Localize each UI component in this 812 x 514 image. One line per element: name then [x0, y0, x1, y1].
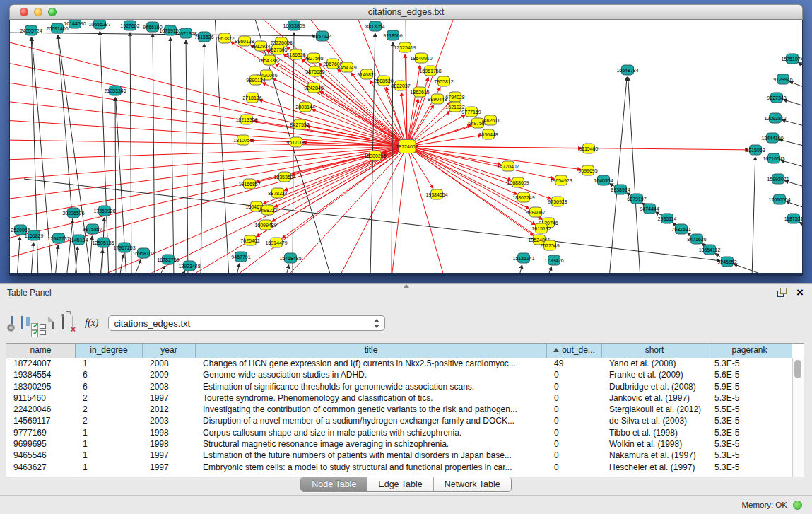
- graph-node[interactable]: 9215953: [746, 145, 765, 155]
- zoom-window-button[interactable]: [48, 8, 57, 16]
- graph-node[interactable]: 1187531: [784, 214, 802, 223]
- graph-node[interactable]: 6794028: [445, 92, 464, 102]
- graph-edge[interactable]: [286, 265, 289, 273]
- graph-edge[interactable]: [752, 157, 755, 273]
- panel-resize-grip[interactable]: [404, 284, 409, 288]
- table-row[interactable]: 2242004622012Investigating the contribut…: [6, 404, 793, 415]
- graph-node[interactable]: 16210643: [763, 153, 784, 163]
- graph-node[interactable]: 16958107: [132, 248, 154, 258]
- graph-node[interactable]: 19384554: [425, 189, 447, 199]
- table-row[interactable]: 1830029562008Estimation of significance …: [6, 381, 793, 392]
- graph-edge[interactable]: [236, 264, 240, 273]
- graph-node[interactable]: 18640910: [410, 53, 432, 63]
- graph-node[interactable]: 16099489: [254, 220, 276, 230]
- graph-node[interactable]: 12213359: [235, 115, 257, 124]
- table-vertical-scrollbar[interactable]: [792, 358, 804, 477]
- graph-node[interactable]: 20206576: [62, 208, 84, 218]
- table-row[interactable]: 946554611997Estimation of the future num…: [6, 450, 793, 461]
- new-table-button[interactable]: [48, 317, 54, 329]
- table-row[interactable]: 1938455462009Genome-wide association stu…: [6, 369, 793, 380]
- network-canvas[interactable]: 1872400724055724206914061614459010655287…: [10, 20, 802, 273]
- graph-node[interactable]: 8471626: [687, 234, 706, 244]
- column-header-short[interactable]: short: [602, 344, 707, 358]
- graph-edge[interactable]: [799, 222, 802, 228]
- graph-edge[interactable]: [10, 146, 407, 239]
- column-header-name[interactable]: name: [6, 344, 76, 358]
- graph-node[interactable]: 15718485: [279, 253, 301, 263]
- graph-node[interactable]: 9756928: [548, 197, 567, 206]
- graph-edge[interactable]: [186, 40, 188, 273]
- graph-node[interactable]: 15751074: [781, 54, 802, 64]
- network-graph-svg[interactable]: 1872400724055724206914061614459010655287…: [10, 20, 802, 273]
- graph-edge[interactable]: [31, 243, 33, 273]
- graph-node[interactable]: 7625402: [240, 235, 259, 245]
- graph-edge[interactable]: [407, 146, 748, 150]
- graph-node[interactable]: 1862615: [410, 87, 429, 97]
- graph-edge[interactable]: [407, 146, 511, 180]
- graph-edge[interactable]: [789, 82, 802, 89]
- graph-edge[interactable]: [407, 146, 529, 209]
- graph-node[interactable]: 9699695: [578, 165, 597, 175]
- column-header-year[interactable]: year: [143, 344, 196, 358]
- graph-node[interactable]: 15720407: [497, 161, 519, 171]
- graph-node[interactable]: 12325419: [394, 42, 416, 52]
- graph-edge[interactable]: [66, 220, 73, 273]
- graph-edge[interactable]: [10, 82, 407, 146]
- graph-node[interactable]: 10654112: [699, 245, 721, 255]
- graph-edge[interactable]: [407, 146, 445, 273]
- graph-node[interactable]: 7632621: [671, 224, 690, 234]
- graph-node[interactable]: 8990448: [428, 94, 447, 104]
- graph-edge[interactable]: [786, 201, 802, 209]
- graph-edge[interactable]: [782, 120, 802, 127]
- graph-edge[interactable]: [628, 77, 640, 273]
- float-panel-icon[interactable]: [777, 288, 787, 297]
- window-titlebar[interactable]: citations_edges.txt: [9, 4, 803, 20]
- graph-node[interactable]: 10688609: [507, 177, 529, 187]
- graph-node[interactable]: 8822037: [391, 81, 410, 90]
- table-row[interactable]: 1872400712008Changes of HCN gene express…: [6, 358, 793, 369]
- graph-edge[interactable]: [215, 20, 229, 273]
- delete-rows-button[interactable]: [62, 317, 64, 329]
- graph-node[interactable]: 1857224: [312, 31, 331, 41]
- graph-node[interactable]: 17016504: [768, 194, 790, 204]
- tab-node-table[interactable]: Node Table: [301, 477, 367, 491]
- table-row[interactable]: 911546021997Tourette syndrome. Phenomeno…: [6, 392, 793, 404]
- graph-node[interactable]: 24055724: [20, 25, 42, 35]
- graph-edge[interactable]: [55, 245, 58, 273]
- graph-edge[interactable]: [153, 34, 155, 273]
- graph-node[interactable]: 2718126: [242, 93, 261, 103]
- graph-node[interactable]: 5875685: [305, 66, 324, 76]
- graph-edge[interactable]: [130, 33, 131, 273]
- graph-edge[interactable]: [784, 100, 802, 107]
- graph-node[interactable]: 9218506: [383, 30, 402, 40]
- graph-edge[interactable]: [798, 62, 802, 69]
- graph-edge[interactable]: [201, 44, 204, 273]
- tab-edge-table[interactable]: Edge Table: [367, 477, 433, 491]
- table-row[interactable]: 946362711997Embryonic stem cells: a mode…: [6, 462, 793, 473]
- graph-node[interactable]: 12093872: [764, 113, 786, 123]
- graph-node[interactable]: 2036448: [478, 129, 498, 139]
- column-header-out_de[interactable]: out_de...: [547, 344, 602, 358]
- graph-node[interactable]: 12923448: [178, 261, 200, 271]
- table-source-dropdown[interactable]: citations_edges.txt: [108, 315, 385, 331]
- graph-node[interactable]: 12444190: [761, 133, 783, 143]
- close-panel-icon[interactable]: ×: [796, 288, 804, 297]
- graph-node[interactable]: 2803144: [295, 102, 314, 112]
- graph-edge[interactable]: [779, 139, 802, 147]
- graph-node[interactable]: 9827508: [304, 53, 323, 63]
- graph-edge[interactable]: [273, 78, 407, 146]
- scrollbar-thumb[interactable]: [794, 360, 801, 378]
- table-row[interactable]: 969969511998Structural magnetic resonanc…: [6, 438, 793, 450]
- graph-edge[interactable]: [407, 146, 551, 199]
- graph-node[interactable]: 7515526: [194, 32, 213, 42]
- graph-node[interactable]: 16543382: [258, 55, 280, 65]
- graph-edge[interactable]: [734, 264, 773, 273]
- column-header-in_degree[interactable]: in_degree: [76, 344, 143, 358]
- graph-edge[interactable]: [392, 146, 407, 273]
- graph-edge[interactable]: [407, 146, 554, 179]
- graph-node[interactable]: 16914479: [265, 238, 287, 247]
- graph-edge[interactable]: [547, 267, 551, 273]
- graph-node[interactable]: 9227343: [767, 93, 786, 103]
- graph-node[interactable]: 9129946: [773, 74, 792, 84]
- graph-edge[interactable]: [10, 146, 407, 160]
